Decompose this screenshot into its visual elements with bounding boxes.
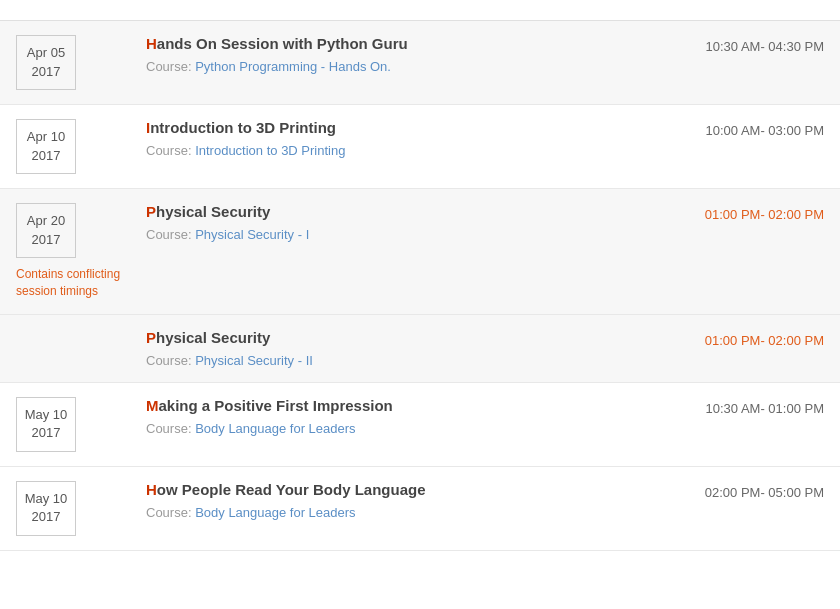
date-line1: Apr 05 (27, 44, 65, 62)
course-line: Course: Physical Security - I (146, 226, 634, 242)
session-info: Making a Positive First Impression Cours… (146, 397, 644, 436)
date-line2: 2017 (32, 231, 61, 249)
course-line: Course: Python Programming - Hands On. (146, 58, 634, 74)
date-line2: 2017 (32, 147, 61, 165)
date-line1: Apr 20 (27, 212, 65, 230)
title-first-letter: P (146, 203, 156, 220)
course-link[interactable]: Body Language for Leaders (195, 505, 355, 520)
date-line1: May 10 (25, 406, 68, 424)
date-line2: 2017 (32, 508, 61, 526)
session-info: Physical Security Course: Physical Secur… (146, 329, 644, 368)
title-first-letter: H (146, 35, 157, 52)
session-row: Physical Security Course: Physical Secur… (0, 315, 840, 383)
session-info: How People Read Your Body Language Cours… (146, 481, 644, 520)
title-rest: hysical Security (156, 329, 270, 346)
session-row: May 10 2017 Making a Positive First Impr… (0, 383, 840, 467)
session-timings: 01:00 PM- 02:00 PM (644, 329, 824, 348)
date-box: Apr 10 2017 (16, 119, 76, 174)
title-rest: aking a Positive First Impression (159, 397, 393, 414)
date-line2: 2017 (32, 424, 61, 442)
date-box: Apr 05 2017 (16, 35, 76, 90)
conflict-text: Contains conflictingsession timings (16, 266, 120, 300)
session-timings: 10:30 AM- 01:00 PM (644, 397, 824, 416)
session-info: Introduction to 3D Printing Course: Intr… (146, 119, 644, 158)
course-link[interactable]: Introduction to 3D Printing (195, 143, 345, 158)
session-row: Apr 20 2017 Contains conflictingsession … (0, 189, 840, 315)
session-timings: 02:00 PM- 05:00 PM (644, 481, 824, 500)
rows-container: Apr 05 2017 Hands On Session with Python… (0, 21, 840, 551)
session-timings: 10:00 AM- 03:00 PM (644, 119, 824, 138)
date-box-wrapper: Apr 05 2017 (16, 35, 146, 90)
course-label: Course: (146, 227, 195, 242)
date-line1: May 10 (25, 490, 68, 508)
date-line1: Apr 10 (27, 128, 65, 146)
session-title: Physical Security (146, 203, 634, 220)
session-info: Physical Security Course: Physical Secur… (146, 203, 644, 242)
date-box-wrapper: Apr 20 2017 Contains conflictingsession … (16, 203, 146, 300)
session-info: Hands On Session with Python Guru Course… (146, 35, 644, 74)
title-first-letter: P (146, 329, 156, 346)
course-label: Course: (146, 143, 195, 158)
session-timings: 10:30 AM- 04:30 PM (644, 35, 824, 54)
course-link[interactable]: Body Language for Leaders (195, 421, 355, 436)
title-first-letter: H (146, 481, 157, 498)
title-rest: ntroduction to 3D Printing (150, 119, 336, 136)
course-line: Course: Body Language for Leaders (146, 504, 634, 520)
date-box-wrapper: Apr 10 2017 (16, 119, 146, 174)
date-box-wrapper: May 10 2017 (16, 481, 146, 536)
date-box: May 10 2017 (16, 481, 76, 536)
session-title: Making a Positive First Impression (146, 397, 634, 414)
course-line: Course: Introduction to 3D Printing (146, 142, 634, 158)
course-line: Course: Physical Security - II (146, 352, 634, 368)
title-rest: ow People Read Your Body Language (157, 481, 426, 498)
date-line2: 2017 (32, 63, 61, 81)
session-title: Introduction to 3D Printing (146, 119, 634, 136)
session-row: May 10 2017 How People Read Your Body La… (0, 467, 840, 551)
course-label: Course: (146, 353, 195, 368)
session-timings: 01:00 PM- 02:00 PM (644, 203, 824, 222)
session-title: Physical Security (146, 329, 634, 346)
date-box-wrapper: May 10 2017 (16, 397, 146, 452)
title-rest: ands On Session with Python Guru (157, 35, 408, 52)
title-first-letter: M (146, 397, 159, 414)
session-title: Hands On Session with Python Guru (146, 35, 634, 52)
title-rest: hysical Security (156, 203, 270, 220)
course-label: Course: (146, 421, 195, 436)
table-header (0, 0, 840, 21)
course-link[interactable]: Physical Security - I (195, 227, 309, 242)
date-box: May 10 2017 (16, 397, 76, 452)
session-title: How People Read Your Body Language (146, 481, 634, 498)
date-box: Apr 20 2017 (16, 203, 76, 258)
session-row: Apr 05 2017 Hands On Session with Python… (0, 21, 840, 105)
course-link[interactable]: Physical Security - II (195, 353, 313, 368)
course-link[interactable]: Python Programming - Hands On. (195, 59, 391, 74)
course-label: Course: (146, 59, 195, 74)
course-line: Course: Body Language for Leaders (146, 420, 634, 436)
course-label: Course: (146, 505, 195, 520)
session-row: Apr 10 2017 Introduction to 3D Printing … (0, 105, 840, 189)
